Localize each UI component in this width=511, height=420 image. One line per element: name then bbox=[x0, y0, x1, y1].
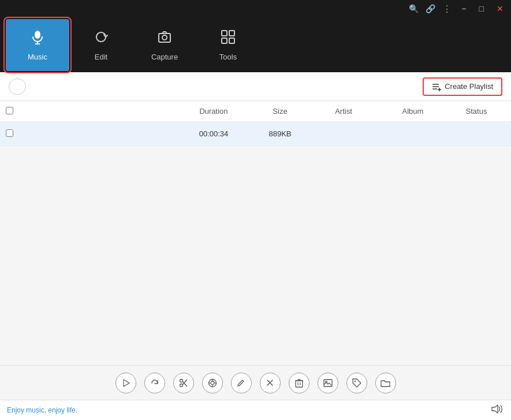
create-playlist-label: Create Playlist bbox=[445, 82, 493, 91]
repeat-icon bbox=[150, 378, 159, 388]
svg-rect-32 bbox=[324, 380, 332, 386]
repeat-button[interactable] bbox=[144, 373, 165, 393]
col-album-header: Album bbox=[378, 107, 447, 116]
capture-nav-icon bbox=[156, 29, 173, 49]
status-text: Enjoy music, enjoy life. bbox=[7, 406, 77, 414]
search-input[interactable] bbox=[9, 79, 26, 95]
tag-button[interactable] bbox=[346, 373, 367, 393]
svg-rect-28 bbox=[296, 381, 303, 387]
svg-rect-7 bbox=[222, 38, 227, 43]
music-icon bbox=[29, 29, 46, 49]
svg-rect-5 bbox=[222, 31, 227, 36]
playlist-icon bbox=[432, 82, 441, 91]
folder-button[interactable] bbox=[375, 373, 396, 393]
create-playlist-button[interactable]: Create Playlist bbox=[423, 77, 502, 96]
svg-rect-6 bbox=[229, 31, 234, 36]
svg-rect-8 bbox=[229, 38, 234, 43]
table-row[interactable]: 00:00:34 889KB bbox=[0, 122, 511, 146]
minimize-button[interactable]: − bbox=[458, 3, 469, 14]
table-body: 00:00:34 889KB bbox=[0, 122, 511, 146]
title-bar: 🔍 🔗 ⋮ − □ ✕ bbox=[0, 0, 511, 17]
empty-content-area bbox=[0, 146, 511, 365]
nav-music-label: Music bbox=[28, 53, 47, 61]
select-all-checkbox[interactable] bbox=[6, 107, 13, 114]
play-icon bbox=[122, 379, 130, 387]
row-select-checkbox[interactable] bbox=[6, 129, 13, 137]
x-icon bbox=[266, 379, 274, 386]
status-text-after: . bbox=[76, 406, 77, 414]
col-duration-header: Duration bbox=[176, 107, 251, 116]
svg-marker-35 bbox=[492, 405, 498, 413]
search-icon[interactable]: 🔍 bbox=[409, 4, 419, 13]
svg-point-0 bbox=[35, 31, 40, 39]
trash-button[interactable] bbox=[289, 373, 309, 393]
col-status-header: Status bbox=[447, 107, 505, 116]
top-nav: Music Edit Capture bbox=[0, 17, 511, 72]
nav-capture-label: Capture bbox=[151, 53, 178, 61]
nav-item-music[interactable]: Music bbox=[6, 19, 69, 71]
nav-item-edit[interactable]: Edit bbox=[69, 19, 133, 71]
volume-icon[interactable] bbox=[491, 404, 504, 417]
x-button[interactable] bbox=[260, 373, 281, 393]
image-button[interactable] bbox=[318, 373, 338, 393]
volume-svg bbox=[491, 404, 504, 414]
svg-point-15 bbox=[180, 379, 182, 382]
scissors-button[interactable] bbox=[173, 373, 194, 393]
close-window-button[interactable]: ✕ bbox=[494, 3, 506, 14]
tools-nav-icon bbox=[220, 29, 236, 49]
image-icon bbox=[323, 379, 333, 387]
nav-edit-label: Edit bbox=[95, 53, 107, 61]
folder-icon bbox=[381, 379, 390, 387]
row-duration: 00:00:34 bbox=[176, 129, 251, 138]
col-size-header: Size bbox=[251, 107, 309, 116]
trash-icon bbox=[295, 378, 303, 388]
status-bar: Enjoy music, enjoy life. bbox=[0, 400, 511, 420]
status-text-before: Enjoy music, enjoy bbox=[7, 406, 66, 414]
main-content: Create Playlist Duration Size Artist Alb… bbox=[0, 72, 511, 420]
svg-point-34 bbox=[354, 380, 355, 381]
maximize-button[interactable]: □ bbox=[476, 3, 487, 14]
menu-icon[interactable]: ⋮ bbox=[442, 3, 452, 14]
toolbar: Create Playlist bbox=[0, 72, 511, 101]
edit-nav-icon bbox=[93, 29, 109, 49]
target-button[interactable] bbox=[202, 373, 223, 393]
row-checkbox[interactable] bbox=[6, 129, 29, 139]
svg-point-4 bbox=[162, 35, 167, 40]
col-check-header bbox=[6, 106, 29, 117]
tag-icon bbox=[352, 378, 361, 388]
table-header: Duration Size Artist Album Status bbox=[0, 101, 511, 122]
pencil-icon bbox=[237, 378, 245, 387]
status-text-highlight: life bbox=[66, 406, 75, 414]
pencil-edit-button[interactable] bbox=[231, 373, 252, 393]
svg-point-20 bbox=[211, 381, 214, 385]
svg-point-16 bbox=[180, 384, 182, 386]
bottom-toolbar bbox=[0, 365, 511, 400]
svg-line-25 bbox=[237, 386, 238, 386]
scissors-icon bbox=[179, 378, 188, 388]
share-icon[interactable]: 🔗 bbox=[426, 4, 435, 13]
col-artist-header: Artist bbox=[309, 107, 378, 116]
nav-item-capture[interactable]: Capture bbox=[133, 19, 196, 71]
svg-marker-14 bbox=[124, 380, 129, 386]
row-size: 889KB bbox=[251, 129, 309, 138]
nav-item-tools[interactable]: Tools bbox=[196, 19, 260, 71]
play-button[interactable] bbox=[115, 373, 136, 393]
target-icon bbox=[208, 378, 217, 388]
nav-tools-label: Tools bbox=[219, 53, 237, 61]
